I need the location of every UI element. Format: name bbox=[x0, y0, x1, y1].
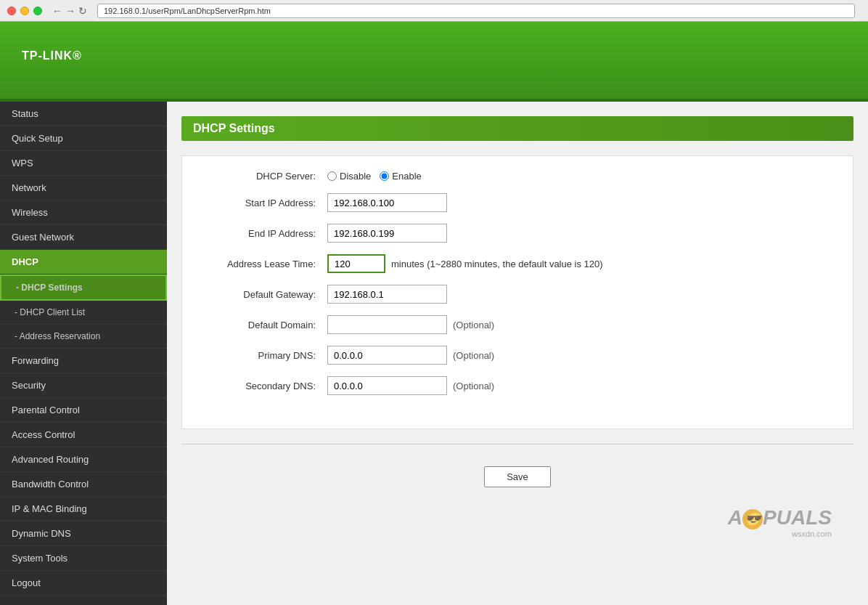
enable-radio-label[interactable]: Enable bbox=[380, 171, 421, 182]
form-container: DHCP Server: Disable Enable Start IP Add… bbox=[181, 155, 853, 429]
save-button[interactable]: Save bbox=[484, 466, 551, 487]
sidebar-item-logout[interactable]: Logout bbox=[0, 571, 167, 596]
sidebar-item-ip-mac-binding[interactable]: IP & MAC Binding bbox=[0, 497, 167, 521]
content-area: DHCP Settings DHCP Server: Disable Enabl… bbox=[167, 102, 868, 605]
lease-time-input[interactable] bbox=[327, 254, 385, 273]
secondary-dns-hint: (Optional) bbox=[453, 381, 494, 391]
forward-arrow[interactable]: → bbox=[65, 5, 75, 17]
domain-hint: (Optional) bbox=[453, 320, 494, 330]
start-ip-label: Start IP Address: bbox=[197, 198, 327, 208]
back-arrow[interactable]: ← bbox=[52, 5, 62, 17]
maximize-btn[interactable] bbox=[33, 7, 42, 15]
disable-label: Disable bbox=[340, 171, 371, 182]
lease-time-label: Address Lease Time: bbox=[197, 259, 327, 269]
sidebar-item-network[interactable]: Network bbox=[0, 176, 167, 200]
gateway-input[interactable] bbox=[327, 285, 447, 304]
watermark-logo: A😎PUALS bbox=[728, 506, 832, 529]
start-ip-input[interactable] bbox=[327, 193, 447, 212]
sidebar-item-dhcp[interactable]: DHCP bbox=[0, 250, 167, 275]
sidebar-item-advanced-routing[interactable]: Advanced Routing bbox=[0, 447, 167, 472]
start-ip-row: Start IP Address: bbox=[197, 193, 838, 212]
sidebar-item-dhcp-client-list[interactable]: - DHCP Client List bbox=[0, 301, 167, 325]
sidebar-item-quick-setup[interactable]: Quick Setup bbox=[0, 126, 167, 151]
header: TP-LINK® bbox=[0, 22, 868, 102]
domain-input[interactable] bbox=[327, 315, 447, 334]
dhcp-server-label: DHCP Server: bbox=[197, 171, 327, 182]
enable-radio[interactable] bbox=[380, 171, 389, 181]
logo: TP-LINK® bbox=[22, 45, 82, 76]
main-container: Status Quick Setup WPS Network Wireless … bbox=[0, 102, 868, 605]
close-btn[interactable] bbox=[7, 7, 16, 15]
minimize-btn[interactable] bbox=[20, 7, 29, 15]
sidebar-item-access-control[interactable]: Access Control bbox=[0, 423, 167, 447]
sidebar-item-guest-network[interactable]: Guest Network bbox=[0, 225, 167, 250]
sidebar-item-bandwidth-control[interactable]: Bandwidth Control bbox=[0, 472, 167, 497]
refresh-arrow[interactable]: ↻ bbox=[78, 5, 87, 17]
sidebar-item-forwarding[interactable]: Forwarding bbox=[0, 349, 167, 373]
end-ip-label: End IP Address: bbox=[197, 228, 327, 239]
domain-label: Default Domain: bbox=[197, 320, 327, 330]
primary-dns-row: Primary DNS: (Optional) bbox=[197, 346, 838, 365]
end-ip-row: End IP Address: bbox=[197, 224, 838, 243]
dhcp-server-row: DHCP Server: Disable Enable bbox=[197, 171, 838, 182]
form-divider bbox=[181, 444, 853, 444]
sidebar-item-status[interactable]: Status bbox=[0, 102, 167, 126]
page-title: DHCP Settings bbox=[181, 116, 853, 141]
disable-radio[interactable] bbox=[327, 171, 337, 181]
gateway-label: Default Gateway: bbox=[197, 289, 327, 300]
sidebar-item-address-reservation[interactable]: - Address Reservation bbox=[0, 325, 167, 349]
watermark-sub: wsxdn.com bbox=[728, 529, 832, 538]
end-ip-input[interactable] bbox=[327, 224, 447, 243]
save-btn-container: Save bbox=[181, 459, 853, 495]
enable-label: Enable bbox=[392, 171, 421, 182]
secondary-dns-input[interactable] bbox=[327, 376, 447, 395]
sidebar-item-system-tools[interactable]: System Tools bbox=[0, 546, 167, 571]
secondary-dns-label: Secondary DNS: bbox=[197, 381, 327, 391]
watermark-area: A😎PUALS wsxdn.com bbox=[181, 495, 853, 553]
sidebar-item-dhcp-settings[interactable]: - DHCP Settings bbox=[0, 275, 167, 301]
domain-row: Default Domain: (Optional) bbox=[197, 315, 838, 334]
gateway-row: Default Gateway: bbox=[197, 285, 838, 304]
primary-dns-input[interactable] bbox=[327, 346, 447, 365]
primary-dns-label: Primary DNS: bbox=[197, 350, 327, 361]
sidebar: Status Quick Setup WPS Network Wireless … bbox=[0, 102, 167, 605]
sidebar-item-security[interactable]: Security bbox=[0, 373, 167, 398]
dhcp-server-options: Disable Enable bbox=[327, 171, 422, 182]
disable-radio-label[interactable]: Disable bbox=[327, 171, 371, 182]
address-bar[interactable] bbox=[97, 4, 855, 18]
sidebar-item-parental-control[interactable]: Parental Control bbox=[0, 398, 167, 423]
sidebar-item-wps[interactable]: WPS bbox=[0, 151, 167, 176]
primary-dns-hint: (Optional) bbox=[453, 350, 494, 361]
lease-time-hint: minutes (1~2880 minutes, the default val… bbox=[391, 259, 603, 269]
secondary-dns-row: Secondary DNS: (Optional) bbox=[197, 376, 838, 395]
browser-chrome: ← → ↻ bbox=[0, 0, 868, 22]
sidebar-item-wireless[interactable]: Wireless bbox=[0, 200, 167, 225]
lease-time-row: Address Lease Time: minutes (1~2880 minu… bbox=[197, 254, 838, 273]
sidebar-item-dynamic-dns[interactable]: Dynamic DNS bbox=[0, 521, 167, 546]
